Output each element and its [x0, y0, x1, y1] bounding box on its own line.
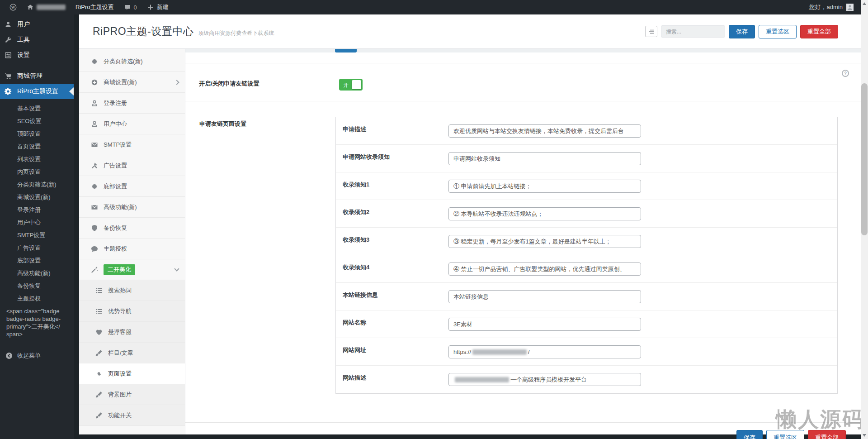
toggle-knob [352, 80, 361, 89]
toggle-on-text: 开 [343, 81, 349, 89]
header-controls: 保存 重置选区 重置全部 [645, 25, 838, 38]
settings-nav-item[interactable]: 背景图片 背景图片 [79, 384, 185, 405]
settings-nav-item[interactable]: 用户中心 用户中心 [79, 114, 185, 134]
scrollbar-thumb[interactable] [861, 83, 868, 235]
wp-submenu-item[interactable]: 主题授权 [0, 292, 74, 305]
wp-submenu-item-label: 高级功能(新) [17, 269, 51, 277]
settings-nav-item[interactable]: 登录注册 登录注册 [79, 93, 185, 114]
reset-section-button[interactable]: 重置选区 [759, 25, 797, 38]
field-label: 收录须知3 [343, 236, 444, 244]
search-input[interactable] [661, 25, 725, 38]
save-button[interactable]: 保存 [729, 25, 755, 38]
active-tab-indicator[interactable] [335, 49, 357, 52]
settings-nav-item[interactable]: 分类页筛选(新) 分类页筛选(新) [79, 51, 185, 72]
gear-icon [5, 88, 13, 95]
collapse-menu-button[interactable]: 收起菜单 [0, 348, 74, 363]
text-input[interactable]: ③ 稳定更新，每月至少发布1篇文章，最好是建站半年以上； [448, 235, 641, 248]
scrollbar-down-arrow[interactable] [861, 432, 868, 439]
text-input[interactable]: 3E素材 [448, 318, 641, 331]
wp-menu-item-label: 工具 [17, 36, 30, 44]
wp-submenu-item[interactable]: 备份恢复 [0, 280, 74, 292]
footer-reset-section-button[interactable]: 重置选区 [766, 430, 804, 439]
form-row: 收录须知1 ① 申请前请先加上本站链接； [336, 172, 837, 200]
settings-nav-item[interactable]: 页面设置 页面设置 [79, 363, 185, 384]
wp-menu-item[interactable]: 用户 [0, 17, 74, 32]
reset-all-button[interactable]: 重置全部 [800, 25, 838, 38]
wp-submenu-item[interactable]: 登录注册 [0, 204, 74, 216]
settings-nav-item[interactable]: 底部设置 底部设置 [79, 176, 185, 197]
settings-nav-item[interactable]: 商城设置(新) 商城设置(新) [79, 72, 185, 93]
wp-submenu-raw-html-item[interactable]: <span class="badge badge-radius badge-pr… [0, 307, 68, 338]
wp-submenu-item[interactable]: SMTP设置 [0, 229, 74, 242]
wp-submenu-item[interactable]: 底部设置 [0, 254, 74, 267]
mail-icon [91, 204, 98, 211]
settings-nav-item[interactable]: 二开美化 二开美化 [79, 259, 185, 280]
wp-submenu-item[interactable]: 用户中心 [0, 216, 74, 229]
site-link[interactable] [22, 0, 71, 14]
text-input[interactable]: 一个高级程序员模板开发平台 [448, 373, 641, 386]
settings-header: RiPRO主题-设置中心 顶级商用资源付费查看下载系统 保存 重置选区 重置全部 [79, 14, 861, 49]
wp-menu-item[interactable]: 设置 [0, 48, 74, 63]
footer-save-button[interactable]: 保存 [736, 430, 763, 439]
form-row: 申请网站收录须知 申请网站收录须知 [336, 145, 837, 172]
settings-nav-item[interactable]: 搜索热词 搜索热词 [79, 280, 185, 301]
wp-submenu-item-label: 广告设置 [17, 244, 41, 252]
settings-nav-item[interactable]: 广告设置 广告设置 [79, 155, 185, 176]
wp-submenu-item[interactable]: 分类页筛选(新) [0, 178, 74, 191]
wp-submenu-item-label: 底部设置 [17, 257, 41, 265]
footer-reset-all-button[interactable]: 重置全部 [808, 430, 846, 439]
scrollbar[interactable] [861, 0, 868, 439]
new-label: 新建 [157, 3, 169, 11]
greeting-text[interactable]: 您好，admin [809, 3, 843, 11]
help-icon[interactable]: ? [842, 70, 849, 77]
blurred-site-name [37, 5, 66, 10]
text-input[interactable]: 申请网站收录须知 [448, 152, 641, 165]
settings-nav-item[interactable]: 主题授权 主题授权 [79, 239, 185, 259]
wp-submenu-item[interactable]: 高级功能(新) [0, 267, 74, 280]
settings-nav-item[interactable]: 功能开关 功能开关 [79, 405, 185, 426]
wp-submenu-item-label: 用户中心 [17, 219, 41, 227]
wp-menu-item[interactable]: RiPro主题设置 [0, 84, 74, 99]
circle-icon [91, 58, 98, 65]
wp-submenu-item[interactable]: 基本设置 [0, 102, 74, 115]
settings-nav-item[interactable]: 栏目/文章 栏目/文章 [79, 343, 185, 363]
field-label: 收录须知1 [343, 181, 444, 189]
users-icon [5, 21, 13, 28]
wordpress-logo-icon[interactable]: W [5, 0, 22, 14]
settings-card: RiPRO主题-设置中心 顶级商用资源付费查看下载系统 保存 重置选区 重置全部… [79, 14, 861, 434]
comments-link[interactable]: 0 [119, 0, 142, 14]
text-input[interactable]: 本站链接信息 [448, 290, 641, 303]
wp-submenu-item[interactable]: 顶部设置 [0, 128, 74, 140]
wp-submenu-item-label: 主题授权 [17, 295, 41, 303]
settings-nav-item[interactable]: 悬浮客服 悬浮客服 [79, 322, 185, 343]
wp-submenu-item[interactable]: 商城设置(新) [0, 191, 74, 204]
new-content-button[interactable]: 新建 [142, 0, 174, 14]
input-value: 本站链接信息 [453, 293, 489, 301]
settings-nav-item[interactable]: 优势导航 优势导航 [79, 301, 185, 322]
settings-nav-item[interactable]: SMTP设置 SMTP设置 [79, 134, 185, 155]
tab-bar-space [185, 52, 861, 63]
settings-nav-item[interactable]: 高级功能(新) 高级功能(新) [79, 197, 185, 218]
wp-menu-top: 用户 工具 设置 商城管理 RiPro主题设置 [0, 14, 74, 99]
friendlink-toggle-switch[interactable]: 开 [339, 79, 363, 91]
text-input[interactable]: https:// / [448, 345, 641, 358]
wp-submenu-item[interactable]: 内页设置 [0, 166, 74, 178]
wp-menu-item[interactable]: 商城管理 [0, 68, 74, 84]
text-input[interactable]: 欢迎优质网站与本站交换友情链接，本站免费收录，提交后需后台 [448, 124, 641, 138]
wp-submenu-item[interactable]: 首页设置 [0, 140, 74, 153]
settings-nav-item[interactable]: 备份恢复 备份恢复 [79, 218, 185, 239]
store-icon [5, 72, 13, 80]
wp-submenu-item[interactable]: 列表设置 [0, 153, 74, 166]
text-input[interactable]: ② 本导航站不收录违法违规站点； [448, 207, 641, 220]
wp-menu-item[interactable]: 工具 [0, 32, 74, 48]
admin-bar-left: W RiPro主题设置 0 新建 [0, 0, 174, 14]
scrollbar-up-arrow[interactable] [861, 0, 868, 7]
wp-submenu-item[interactable]: SEO设置 [0, 115, 74, 128]
avatar[interactable] [846, 4, 854, 11]
admin-bar-theme-settings[interactable]: RiPro主题设置 [71, 0, 119, 14]
wp-submenu-item[interactable]: 广告设置 [0, 242, 74, 254]
field-label: 申请网站收录须知 [343, 153, 444, 161]
text-input[interactable]: ④ 禁止一切产品营销、广告联盟类型的网站，优先通过同类原创、 [448, 262, 641, 276]
text-input[interactable]: ① 申请前请先加上本站链接； [448, 180, 641, 193]
panel-toggle-button[interactable] [645, 26, 657, 37]
